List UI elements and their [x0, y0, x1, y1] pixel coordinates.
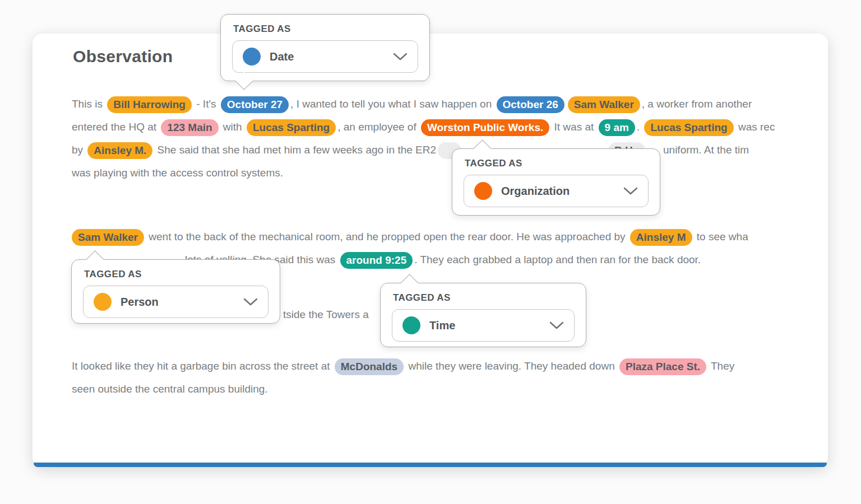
text-run: was playing with the access control syst…: [72, 167, 283, 179]
text-line-p2l1: Sam Walker went to the back of the mecha…: [72, 225, 748, 248]
annotation-screen: Observation This is Bill Harrowing - It'…: [0, 0, 861, 504]
entity-tag-person[interactable]: Lucas Sparting: [247, 119, 336, 136]
entity-tag-person[interactable]: Lucas Sparting: [644, 119, 733, 136]
observation-card: Observation This is Bill Harrowing - It'…: [33, 34, 828, 467]
tag-color-dot: [474, 182, 492, 200]
tag-popup-person: TAGGED AS Person: [71, 259, 280, 324]
popup-header: TAGGED AS: [84, 269, 269, 280]
text-run: They: [708, 360, 734, 372]
tag-popup-date: TAGGED AS Date: [220, 14, 430, 81]
chevron-down-icon: [243, 298, 258, 306]
text-run: She said that she had met him a few week…: [154, 144, 436, 156]
text-line-p1l3: by Ainsley M. She said that she had met …: [72, 138, 463, 161]
tag-type-label: Time: [429, 319, 455, 332]
entity-tag-misc[interactable]: McDonalds: [335, 358, 404, 375]
entity-tag-date[interactable]: October 27: [221, 96, 289, 113]
text-run: while they were leaving. They headed dow…: [405, 360, 618, 372]
text-run: .: [637, 121, 643, 133]
text-run: seen outside the central campus building…: [72, 383, 268, 395]
entity-tag-location[interactable]: Plaza Place St.: [619, 358, 706, 375]
tag-type-label: Organization: [501, 185, 570, 198]
entity-tag-person[interactable]: Sam Walker: [72, 229, 144, 246]
entity-tag-person[interactable]: Bill Harrowing: [107, 96, 192, 113]
entity-tag-date[interactable]: October 26: [497, 96, 564, 113]
text-run: It looked like they hit a garbage bin ac…: [72, 360, 333, 372]
popup-header: TAGGED AS: [465, 158, 649, 169]
entity-tag-person[interactable]: Ainsley M.: [87, 142, 152, 159]
text-run: - It's: [193, 98, 219, 110]
tag-color-dot: [94, 293, 112, 311]
chevron-down-icon: [623, 187, 638, 195]
text-run: went to the back of the mechanical room,…: [146, 231, 628, 242]
text-run: entered the HQ at: [72, 121, 159, 133]
text-run: This is: [72, 98, 105, 110]
entity-tag-location[interactable]: 123 Main: [161, 119, 218, 136]
tag-color-dot: [402, 316, 420, 334]
popup-header: TAGGED AS: [393, 292, 575, 304]
tag-type-select-date[interactable]: Date: [232, 40, 418, 73]
tag-popup-organization: TAGGED AS Organization: [452, 148, 660, 216]
tag-type-select-person[interactable]: Person: [83, 286, 269, 318]
text-line-p1l4: was playing with the access control syst…: [72, 161, 283, 184]
text-run: It was at: [551, 121, 596, 133]
text-run: was rec: [735, 121, 775, 133]
text-run: to see wha: [694, 231, 748, 242]
tag-type-label: Person: [121, 296, 159, 309]
text-run: by: [72, 144, 86, 156]
entity-tag-time[interactable]: 9 am: [599, 119, 635, 136]
tag-type-select-time[interactable]: Time: [392, 309, 575, 342]
entity-tag-time[interactable]: around 9:25: [340, 252, 413, 269]
text-run: with: [220, 121, 245, 133]
popup-header: TAGGED AS: [233, 24, 418, 35]
tag-color-dot: [243, 48, 261, 66]
chevron-down-icon: [393, 53, 408, 61]
text-run: , a worker from another: [642, 98, 752, 110]
text-line-p4l2: seen outside the central campus building…: [72, 377, 268, 400]
text-line-p1l1: This is Bill Harrowing - It's October 27…: [72, 92, 752, 115]
text-line-p1l2: entered the HQ at 123 Main with Lucas Sp…: [72, 115, 775, 138]
page-title: Observation: [73, 47, 173, 66]
text-run: uniform. At the tim: [663, 144, 749, 156]
card-accent-bar: [34, 463, 827, 467]
text-line-p1l3-tail: uniform. At the tim: [663, 138, 749, 161]
entity-tag-organization[interactable]: Worston Public Works.: [421, 119, 549, 136]
entity-tag-person[interactable]: Ainsley M: [630, 229, 692, 246]
text-line-p4l1: It looked like they hit a garbage bin ac…: [72, 354, 734, 377]
text-line-p3-fragment: tside the Towers a: [283, 303, 369, 326]
text-run: tside the Towers a: [283, 309, 369, 320]
tag-popup-time: TAGGED AS Time: [380, 283, 586, 347]
text-run: , I wanted to tell you what I saw happen…: [290, 98, 494, 110]
chevron-down-icon: [549, 321, 564, 330]
entity-tag-person[interactable]: Sam Walker: [568, 96, 640, 113]
text-run: , an employee of: [337, 121, 419, 133]
tag-type-select-organization[interactable]: Organization: [464, 175, 649, 207]
tag-type-label: Date: [270, 50, 294, 63]
text-run: . They each grabbed a laptop and then ra…: [414, 254, 701, 265]
